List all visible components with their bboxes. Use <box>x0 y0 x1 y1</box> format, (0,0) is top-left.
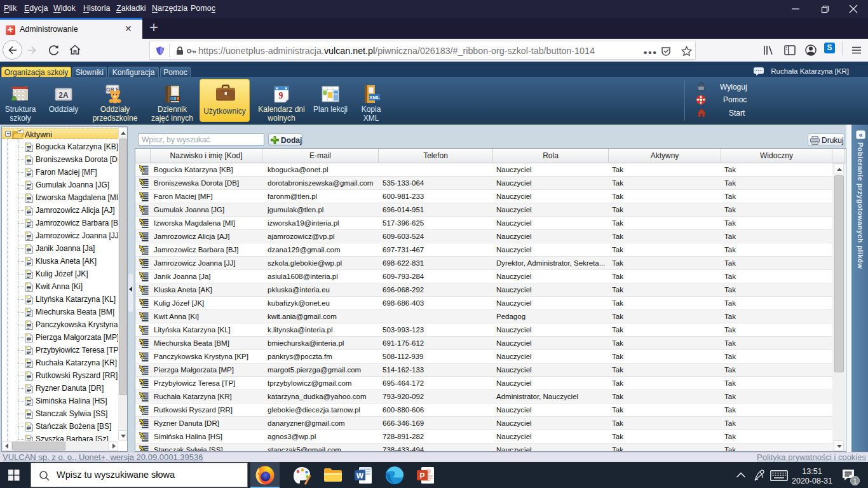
svg-text:2A: 2A <box>58 91 69 100</box>
svg-text:9: 9 <box>279 91 283 100</box>
svg-text:P: P <box>419 471 424 480</box>
svg-text:W: W <box>356 471 364 480</box>
svg-text:XML: XML <box>369 95 380 100</box>
